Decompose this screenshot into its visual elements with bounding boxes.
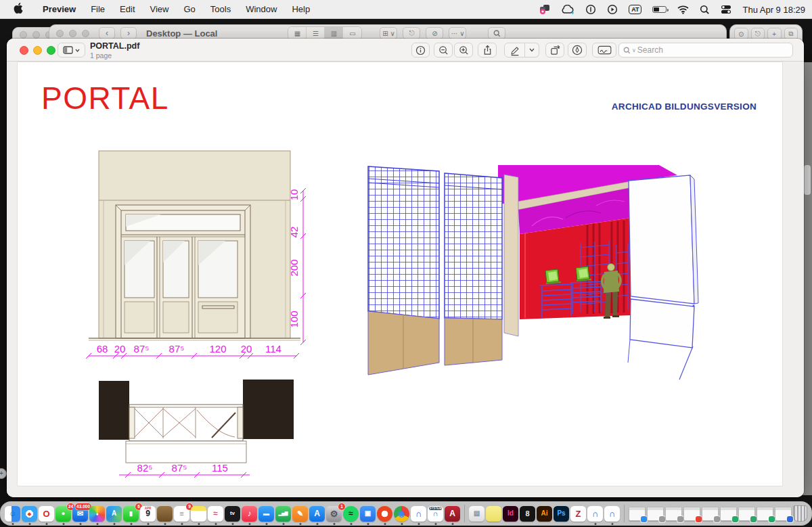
sidebar-toggle-button[interactable] (58, 43, 85, 58)
preview-titlebar[interactable]: PORTAL.pdf 1 page (7, 39, 804, 62)
dock-translate[interactable]: A (106, 506, 122, 522)
dock-adobe-cc[interactable] (377, 506, 392, 522)
signature-button[interactable] (592, 43, 616, 58)
dock-facetime[interactable]: ▮6 (123, 506, 139, 522)
inactive-minimize-button[interactable] (32, 31, 40, 39)
menu-tools[interactable]: Tools (203, 4, 238, 14)
minimize-button[interactable] (33, 46, 42, 55)
battery-icon[interactable] (652, 6, 667, 13)
dock-trash-icon[interactable] (793, 505, 807, 522)
markup-button[interactable] (504, 43, 525, 58)
zoom-button[interactable] (47, 46, 55, 55)
dock-spotify[interactable]: ≈ (343, 506, 359, 522)
dock-archicad-system[interactable]: SYSTEM∩ (428, 506, 443, 522)
pdf-page[interactable]: PORTAL ARCHICAD BILDUNGSVERSION (17, 62, 783, 486)
markup-dropdown-chevron[interactable] (525, 43, 539, 58)
dock-journal[interactable] (157, 506, 173, 522)
menu-clock[interactable]: Thu Apr 9 18:29 (742, 5, 805, 15)
finder-more-button[interactable]: ⋯ ∨ (449, 27, 466, 39)
menu-edit[interactable]: Edit (112, 4, 142, 14)
menu-file[interactable]: File (83, 4, 112, 14)
search-input[interactable] (637, 45, 773, 55)
close-button[interactable] (20, 46, 28, 55)
finder-group-button[interactable]: ⊞ ∨ (380, 27, 397, 39)
info-button[interactable] (411, 43, 430, 58)
dock-photoshop[interactable]: Ps (554, 506, 569, 522)
dock-mail[interactable]: ✉43.000 (72, 506, 88, 522)
dock-archicad-2[interactable]: ∩ (587, 506, 603, 522)
play-status-icon[interactable] (607, 0, 618, 19)
highlight-pen-button[interactable] (568, 43, 587, 58)
finder-tag-button[interactable]: ⊘ (426, 27, 443, 39)
dock-messages[interactable]: ●24 (55, 506, 71, 522)
menu-help[interactable]: Help (284, 4, 317, 14)
dock-zoom[interactable]: ▣ (360, 506, 376, 522)
view-gallery-icon[interactable]: ▭ (343, 27, 361, 39)
keyboard-layout-indicator[interactable]: AT (629, 5, 641, 14)
dock-design-8[interactable]: 8 (520, 506, 535, 522)
dock-zotero[interactable]: Z (570, 506, 586, 522)
finder-search-button[interactable] (488, 27, 505, 39)
dock-notes[interactable] (191, 506, 206, 522)
share-button[interactable] (478, 43, 497, 58)
cloud-sync-icon[interactable] (561, 0, 574, 19)
menu-window[interactable]: Window (238, 4, 284, 14)
dock-archicad-1[interactable]: ∩ (411, 506, 426, 522)
dock-numbers[interactable]: ▂▅▇ (275, 506, 291, 522)
dock-settings[interactable]: ⚙1 (326, 506, 342, 522)
dock-pages[interactable]: ✎ (292, 506, 308, 522)
dock-autocad[interactable]: A (445, 506, 460, 522)
view-list-icon[interactable]: ☰ (307, 27, 325, 39)
dock-min-window-6[interactable] (720, 507, 737, 521)
dock-photos[interactable]: ● (89, 506, 105, 522)
dock-stickies[interactable] (486, 506, 501, 522)
background-zoom-badge[interactable]: + (0, 468, 7, 479)
dock-min-window-2[interactable] (647, 507, 664, 521)
dock-finder[interactable]: ☺ (5, 506, 20, 522)
dock-chrome[interactable]: ◉ (394, 506, 409, 522)
status-app-icon[interactable] (539, 0, 550, 19)
dock-min-window-1[interactable] (629, 507, 646, 521)
dock-screenshot-app[interactable]: ▤ (469, 506, 484, 522)
dock-safari[interactable]: ◆ (22, 506, 37, 522)
dock-music[interactable]: ♪ (242, 506, 257, 522)
dock-calendar[interactable]: APR9 (140, 506, 156, 522)
dock-archicad-3[interactable]: ∩ (604, 506, 620, 522)
dock-min-window-4[interactable] (683, 507, 700, 521)
rotate-button[interactable] (545, 43, 564, 58)
menu-go[interactable]: Go (176, 4, 202, 14)
dock-keynote[interactable]: ▬ (258, 506, 274, 522)
dock-min-window-8[interactable] (757, 507, 773, 521)
finder-view-switcher[interactable]: ▦ ☰ ▥ ▭ (288, 26, 362, 40)
wifi-icon[interactable] (677, 0, 689, 19)
dock-min-window-5[interactable] (702, 507, 719, 521)
finder-forward-button[interactable]: › (120, 27, 137, 39)
inactive-close-button[interactable] (56, 30, 64, 37)
inactive-zoom-button[interactable] (82, 30, 89, 37)
dock-min-window-3[interactable] (665, 507, 682, 521)
inactive-minimize-button[interactable] (69, 30, 76, 37)
zoom-out-button[interactable] (434, 43, 453, 58)
dock-min-window-7[interactable] (738, 507, 755, 521)
view-icons-icon[interactable]: ▦ (288, 27, 307, 39)
finder-back-button[interactable]: ‹ (99, 27, 115, 39)
spotlight-search-icon[interactable] (700, 0, 710, 19)
dock-wave-app[interactable]: ≈ (208, 506, 223, 522)
zoom-in-button[interactable] (454, 43, 473, 58)
finder-share-button[interactable]: ⎋ (403, 27, 420, 39)
control-center-icon[interactable] (721, 0, 731, 19)
dock-opera[interactable]: O (39, 506, 54, 522)
menu-view[interactable]: View (143, 4, 177, 14)
view-columns-icon[interactable]: ▥ (325, 27, 343, 39)
dock-reminders[interactable]: ≡9 (174, 506, 189, 522)
status-one-icon[interactable] (585, 0, 596, 19)
dock-apple-tv[interactable]: tv (225, 506, 240, 522)
sliver-scroll-thumb[interactable] (804, 165, 811, 195)
dock-min-window-9[interactable] (775, 507, 792, 521)
inactive-close-button[interactable] (20, 31, 27, 39)
menu-app-name[interactable]: Preview (35, 4, 83, 14)
dock-app-store[interactable]: A (309, 506, 325, 522)
dock-indesign[interactable]: Id (503, 506, 518, 522)
dock-illustrator[interactable]: Ai (537, 506, 552, 522)
apple-menu-icon[interactable] (14, 3, 23, 16)
